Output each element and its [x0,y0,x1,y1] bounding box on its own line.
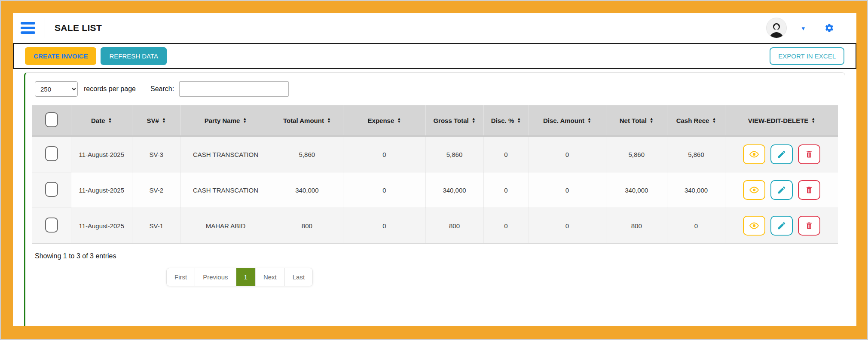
col-header-party-name[interactable]: Party Name▲▼ [180,105,271,136]
sort-arrows-icon: ▲▼ [472,117,476,123]
col-header-actions[interactable]: VIEW-EDIT-DELETE▲▼ [725,105,838,136]
cell-sv: SV-2 [132,172,181,208]
delete-button[interactable] [798,144,820,164]
app-window: SALE LIST ▾ CREATE INVOICE REFRESH DATA … [0,0,868,340]
user-avatar[interactable] [766,18,787,38]
col-header-sv[interactable]: SV#▲▼ [132,105,181,136]
cell-gross: 340,000 [425,172,483,208]
records-per-page-select[interactable]: 250 [35,81,78,97]
refresh-data-button[interactable]: REFRESH DATA [101,47,167,65]
edit-button[interactable] [770,216,793,236]
view-button[interactable] [743,144,765,164]
col-header-net-total[interactable]: Net Total▲▼ [606,105,667,136]
sort-arrows-icon: ▲▼ [327,117,331,123]
caret-down-icon[interactable]: ▾ [801,25,805,31]
row-checkbox[interactable] [45,217,58,233]
delete-button[interactable] [798,180,820,200]
row-checkbox[interactable] [45,182,58,197]
sort-arrows-icon: ▲▼ [243,117,247,123]
showing-entries-text: Showing 1 to 3 of 3 entries [35,252,838,260]
cell-expense: 0 [343,136,425,172]
cell-party: CASH TRANSCATION [180,172,271,208]
records-per-page-label: records per page [84,85,136,93]
col-header-gross-total[interactable]: Gross Total▲▼ [425,105,483,136]
page-content: SALE LIST ▾ CREATE INVOICE REFRESH DATA … [13,13,856,326]
sort-arrows-icon: ▲▼ [650,117,654,123]
cell-party: CASH TRANSCATION [180,136,271,172]
col-header-cash-rece[interactable]: Cash Rece▲▼ [667,105,725,136]
cell-net: 340,000 [606,172,667,208]
pagination-first-button[interactable]: First [167,268,195,286]
edit-button[interactable] [770,180,793,200]
edit-button[interactable] [770,144,793,164]
pagination-row: First Previous 1 Next Last [166,268,838,286]
delete-button[interactable] [798,216,820,236]
cell-actions [725,172,838,208]
row-checkbox[interactable] [45,146,58,161]
col-header-total-amount[interactable]: Total Amount▲▼ [271,105,343,136]
cell-party: MAHAR ABID [180,208,271,244]
pencil-icon [777,150,786,159]
cell-total: 5,860 [271,136,343,172]
view-button[interactable] [743,216,765,236]
cell-disc-amount: 0 [529,208,606,244]
cell-disc-pct: 0 [483,172,529,208]
table-header-row: Date▲▼ SV#▲▼ Party Name▲▼ Total Amount▲▼… [32,105,838,136]
cell-expense: 0 [343,208,425,244]
pagination-last-button[interactable]: Last [285,268,312,286]
cell-date: 11-August-2025 [71,136,132,172]
table-row: 11-August-2025 SV-3 CASH TRANSCATION 5,8… [32,136,838,172]
gear-icon[interactable] [825,23,834,33]
cell-gross: 5,860 [425,136,483,172]
export-excel-button[interactable]: EXPORT IN EXCEL [770,47,844,65]
create-invoice-button[interactable]: CREATE INVOICE [25,47,96,65]
pagination-next-button[interactable]: Next [256,268,285,286]
cell-sv: SV-1 [132,208,181,244]
person-icon [768,21,785,38]
pagination-page-1-button[interactable]: 1 [236,268,256,286]
cell-disc-pct: 0 [483,208,529,244]
page-title: SALE LIST [55,23,102,33]
pagination: First Previous 1 Next Last [166,268,313,286]
table-row: 11-August-2025 SV-2 CASH TRANSCATION 340… [32,172,838,208]
trash-icon [805,186,813,194]
header-divider [45,18,45,38]
table-card: 250 records per page Search: Date▲▼ SV#▲… [24,72,845,326]
cell-actions [725,208,838,244]
select-all-checkbox[interactable] [45,112,58,127]
cell-net: 5,860 [606,136,667,172]
cell-cash: 5,860 [667,136,725,172]
col-header-expense[interactable]: Expense▲▼ [343,105,425,136]
cell-sv: SV-3 [132,136,181,172]
col-header-date[interactable]: Date▲▼ [71,105,132,136]
sale-table: Date▲▼ SV#▲▼ Party Name▲▼ Total Amount▲▼… [32,105,838,244]
pencil-icon [777,185,786,195]
pagination-previous-button[interactable]: Previous [195,268,236,286]
cell-total: 340,000 [271,172,343,208]
cell-date: 11-August-2025 [71,208,132,244]
orange-frame: SALE LIST ▾ CREATE INVOICE REFRESH DATA … [1,1,867,339]
cell-gross: 800 [425,208,483,244]
cell-expense: 0 [343,172,425,208]
table-controls: 250 records per page Search: [35,81,838,97]
trash-icon [805,150,813,159]
sort-arrows-icon: ▲▼ [587,117,591,123]
sort-arrows-icon: ▲▼ [162,117,166,123]
sort-arrows-icon: ▲▼ [811,117,815,123]
hamburger-menu-icon[interactable] [20,20,36,36]
col-header-disc-amount[interactable]: Disc. Amount▲▼ [529,105,606,136]
header-right: ▾ [766,18,844,38]
cell-cash: 0 [667,208,725,244]
col-header-disc-pct[interactable]: Disc. %▲▼ [483,105,529,136]
cell-disc-pct: 0 [483,136,529,172]
cell-disc-amount: 0 [529,172,606,208]
app-header: SALE LIST ▾ [13,13,856,43]
cell-total: 800 [271,208,343,244]
sort-arrows-icon: ▲▼ [712,117,716,123]
pencil-icon [777,221,786,230]
select-all-header [32,105,71,136]
search-input[interactable] [179,81,289,97]
cell-actions [725,136,838,172]
view-button[interactable] [743,180,765,200]
search-label: Search: [150,85,174,93]
